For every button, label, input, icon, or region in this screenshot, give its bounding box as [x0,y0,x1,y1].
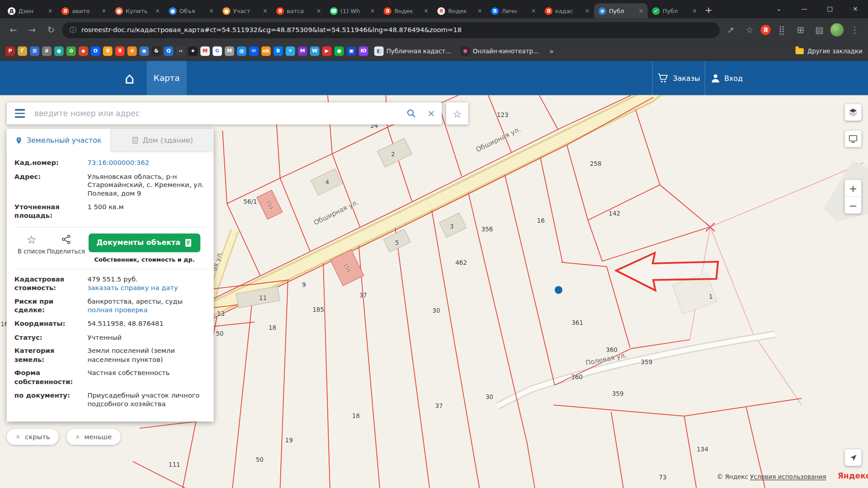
browser-tab[interactable]: Якадас× [540,3,594,18]
bookmark-icon[interactable]: ok [261,46,271,56]
yandex-extension-icon[interactable]: Я [760,25,770,35]
tab-close-icon[interactable]: × [691,8,698,14]
bookmark-icon[interactable]: ▶ [322,46,332,56]
bookmark-icon[interactable]: M [225,46,234,56]
browser-tab[interactable]: ●Купить× [111,3,165,18]
tab-map[interactable]: Карта [146,61,186,95]
tab-close-icon[interactable]: × [530,8,537,14]
bookmark-icon[interactable]: & [152,46,161,56]
forward-icon[interactable]: → [24,22,40,38]
share-icon[interactable]: ↗ [723,22,738,38]
search-input[interactable] [33,108,402,118]
bookmark-icon[interactable]: ● [54,46,64,56]
browser-tab[interactable]: Яавито× [57,3,111,18]
browser-tab[interactable]: ⊕Публ× [594,3,648,18]
bookmarks-overflow-chevron[interactable]: » [549,47,554,55]
home-button[interactable]: ⌂ [113,61,146,95]
bookmark-icon[interactable]: ıl [127,46,137,56]
bookmark-icon[interactable]: Р [5,46,15,56]
terms-link[interactable]: Условия использования [750,474,826,481]
panel-link[interactable]: полная проверка [87,306,206,315]
browser-tab[interactable]: ☎(1) Wh× [326,3,379,18]
browser-tab[interactable]: ●Объя× [165,3,218,18]
tab-close-icon[interactable]: × [423,8,429,14]
search-icon[interactable] [402,108,421,118]
tab-close-icon[interactable]: × [584,8,590,14]
bookmark-icon[interactable]: Q [164,46,173,56]
screen-mode-button[interactable] [845,131,862,147]
address-bar[interactable]: ⓘ rosreestr-doc.ru/кадастровая_карта#ct=… [62,22,720,38]
bookmark-icon[interactable]: G [212,46,222,56]
layers-button[interactable] [845,104,862,121]
bookmark-public-cadastre[interactable]: ◧ Публичная кадаст... [374,46,451,56]
minimize-button[interactable]: — [792,0,817,18]
bookmark-icon[interactable]: В [274,46,283,56]
bookmark-icon[interactable]: Я [115,46,125,56]
reload-icon[interactable]: ↻ [43,22,59,38]
tab-close-icon[interactable]: × [208,8,215,14]
maximize-button[interactable]: ▢ [817,0,842,18]
bookmark-icon[interactable]: ✿ [66,46,76,56]
orders-button[interactable]: Заказы [652,61,704,95]
browser-tab[interactable]: Яватса× [272,3,326,18]
bookmark-star-icon[interactable]: ☆ [742,22,757,38]
bookmark-icon[interactable]: ◆ [79,46,88,56]
bookmark-icon[interactable]: ‹› [176,46,185,56]
browser-tab[interactable]: ВЛичн× [486,3,540,18]
tab-building[interactable]: Дом (здание) [110,129,214,152]
bookmark-icon[interactable]: ✈ [286,46,295,56]
bookmark-icon[interactable]: # [42,46,52,56]
site-info-icon[interactable]: ⓘ [70,25,76,35]
zoom-in-button[interactable]: + [845,180,862,197]
bookmark-icon[interactable]: W [310,46,320,56]
add-to-list-button[interactable]: ☆ В список [14,233,49,255]
browser-tab[interactable]: ●Участ× [218,3,272,18]
bookmark-icon[interactable]: ▣ [347,46,356,56]
locate-me-button[interactable] [845,449,862,466]
browser-tab[interactable]: ЯЯндек× [379,3,433,18]
panel-link[interactable]: заказать справку на дату [87,284,206,292]
bookmark-icon[interactable]: ⊞ [30,46,39,56]
bookmark-icon[interactable]: ◉ [140,46,149,56]
bookmark-icon[interactable]: M [298,46,307,56]
bookmark-icon[interactable]: Г [18,46,27,56]
bookmark-icon[interactable]: ★ [188,46,198,56]
favorites-star-button[interactable]: ☆ [446,103,468,125]
tab-close-icon[interactable]: × [154,8,161,14]
bookmark-icon[interactable]: M [200,46,210,56]
tab-land-parcel[interactable]: Земельный участок [7,129,110,152]
browser-menu-icon[interactable]: ⋮ [847,22,862,38]
browser-tab[interactable]: ✓Публ× [648,3,702,18]
tab-close-icon[interactable]: × [100,8,107,14]
tab-close-icon[interactable]: × [369,8,376,14]
tab-close-icon[interactable]: × [637,8,644,14]
tab-close-icon[interactable]: × [315,8,322,14]
object-documents-button[interactable]: Документы объекта [89,233,200,252]
close-window-button[interactable]: × [843,0,868,18]
bookmark-online-cinema[interactable]: ● Онлайн-кинотеатр... [461,46,539,56]
share-button[interactable]: Поделиться [49,233,83,255]
back-icon[interactable]: ← [5,22,21,38]
login-button[interactable]: Вход [705,61,749,95]
profile-avatar[interactable] [830,23,844,36]
bookmark-icon[interactable]: ✉ [249,46,259,56]
panel-link[interactable]: 73:16:000000:362 [87,159,206,167]
bookmark-icon[interactable]: Ю [359,46,368,56]
collapse-panel-button[interactable]: ∧ меньше [66,429,121,445]
bookmark-icon[interactable]: ● [335,46,344,56]
hide-panel-button[interactable]: × скрыть [7,429,59,445]
other-bookmarks-button[interactable]: Другие закладки [796,47,863,55]
extensions-puzzle-icon[interactable]: ⊞ [793,22,808,38]
tab-search-chevron[interactable]: ⌄ [766,0,792,18]
menu-hamburger-icon[interactable] [7,103,33,125]
tab-close-icon[interactable]: × [476,8,483,14]
new-tab-button[interactable]: + [701,3,716,17]
browser-tab[interactable]: ЯЯндек× [433,3,487,18]
zoom-out-button[interactable]: − [845,197,862,214]
bookmark-icon[interactable]: Я [103,46,113,56]
apps-grid-icon[interactable]: ⣿ [774,22,789,38]
browser-tab[interactable]: ДДзен× [3,3,57,18]
side-panel-icon[interactable]: ▤ [811,22,827,38]
bookmark-icon[interactable]: O [91,46,100,56]
tab-close-icon[interactable]: × [47,8,54,14]
